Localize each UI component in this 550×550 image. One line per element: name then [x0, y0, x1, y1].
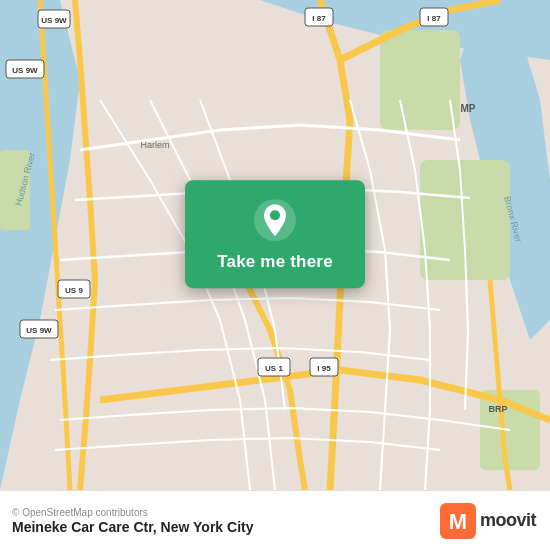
svg-text:I 87: I 87 [312, 14, 326, 23]
svg-text:US 9W: US 9W [12, 66, 38, 75]
svg-text:Harlem: Harlem [140, 140, 169, 150]
bottom-bar: © OpenStreetMap contributors Meineke Car… [0, 490, 550, 550]
moovit-brand-icon: M [440, 503, 476, 539]
svg-text:BRP: BRP [488, 404, 507, 414]
svg-text:US 9: US 9 [65, 286, 83, 295]
svg-rect-4 [380, 30, 460, 130]
osm-credit: © OpenStreetMap contributors [12, 507, 253, 518]
svg-text:M: M [449, 509, 467, 534]
svg-text:US 1: US 1 [265, 364, 283, 373]
svg-text:MP: MP [461, 103, 476, 114]
svg-text:I 95: I 95 [317, 364, 331, 373]
map-container: US 9W US 9W US 9 US 9W I 87 I 87 US 1 I … [0, 0, 550, 490]
svg-text:I 87: I 87 [427, 14, 441, 23]
location-card[interactable]: Take me there [185, 180, 365, 288]
location-name: Meineke Car Care Ctr, New York City [12, 519, 253, 535]
moovit-brand-label: moovit [480, 510, 536, 531]
bottom-left-info: © OpenStreetMap contributors Meineke Car… [12, 507, 253, 535]
take-me-there-button[interactable]: Take me there [217, 252, 333, 272]
location-pin-icon [253, 198, 297, 242]
svg-text:US 9W: US 9W [41, 16, 67, 25]
svg-point-30 [270, 210, 280, 220]
moovit-logo[interactable]: M moovit [440, 503, 536, 539]
svg-text:US 9W: US 9W [26, 326, 52, 335]
